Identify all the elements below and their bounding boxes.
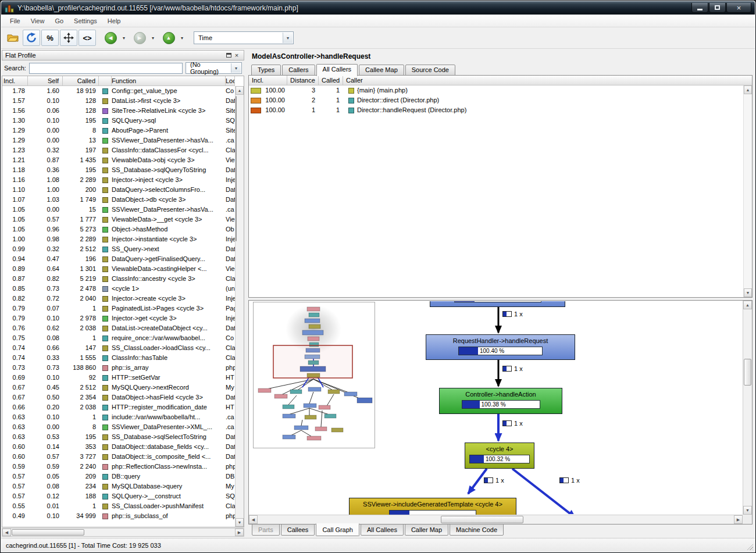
table-row[interactable]: 1.29 0.00 13 SSViewer_DataPresenter->has… [2, 135, 235, 145]
table-row[interactable]: 1.21 0.87 1 435 ViewableData->obj <cycle… [2, 155, 235, 165]
menu-item[interactable]: Go [49, 16, 69, 26]
title-bar[interactable]: Y:\baobella\_profiler\cachegrind.out.116… [1, 1, 755, 15]
resize-grip[interactable] [746, 543, 753, 550]
scroll-left-icon[interactable]: ◀ [2, 529, 11, 536]
table-row[interactable]: 0.57 0.12 188 SQLQuery->__construct SQ [2, 491, 235, 501]
table-row[interactable]: 0.63 0.00 8 SSViewer_DataPresenter->XML_… [2, 422, 235, 432]
column-header-caller[interactable]: Caller [343, 76, 752, 85]
table-row[interactable]: 0.63 0.53 195 SS_Database->sqlSelectToSt… [2, 432, 235, 442]
scroll-down-icon[interactable]: ▼ [743, 506, 752, 515]
table-row[interactable]: 1.05 0.96 5 273 Object->hasMethod Ob [2, 224, 235, 234]
callers-vertical-scrollbar[interactable]: ▲ ▼ [743, 85, 752, 297]
graph-vertical-scrollbar[interactable]: ▲ ▼ [743, 301, 752, 515]
table-row[interactable]: 1.18 0.36 195 SS_Database->sqlQueryToStr… [2, 165, 235, 175]
flat-profile-vertical-scrollbar[interactable]: ▲ ▼ [235, 86, 244, 527]
overview-viewport-rect[interactable] [273, 345, 352, 378]
column-header-called[interactable]: Called [319, 76, 343, 85]
up-dropdown-button[interactable]: ▾ [179, 31, 186, 45]
table-row[interactable]: 0.79 0.10 2 978 Injector->get <cycle 3> … [2, 313, 235, 323]
percent-toggle-button[interactable]: % [41, 30, 59, 46]
scrollbar-thumb[interactable] [441, 516, 523, 523]
graph-node-cycle4[interactable]: <cycle 4> 100.32 % [465, 443, 534, 469]
tab[interactable]: Parts [252, 524, 280, 536]
graph-node-requesthandler[interactable]: RequestHandler->handleRequest 100.40 % [426, 334, 575, 360]
up-button[interactable]: ▲ [160, 30, 177, 46]
column-header-distance[interactable]: Distance [287, 76, 319, 85]
event-type-combobox[interactable]: Time ▾ [194, 31, 294, 44]
table-row[interactable]: 0.59 0.59 2 240 php::ReflectionClass->ne… [2, 462, 235, 472]
table-row[interactable]: 1.57 0.10 128 DataList->first <cycle 3> … [2, 96, 235, 106]
close-button[interactable]: × [726, 3, 751, 13]
table-row[interactable]: 1.05 0.00 15 SSViewer_DataPresenter->has… [2, 205, 235, 215]
table-row[interactable]: 0.85 0.73 2 478 <cycle 1> (un [2, 284, 235, 294]
tab[interactable]: Source Code [405, 65, 455, 76]
column-header-incl[interactable]: Incl. [2, 76, 28, 85]
table-row[interactable]: 1.78 1.60 18 919 Config::get_value_type … [2, 86, 235, 96]
table-row[interactable]: 100.00 3 1 {main} (main.php) [249, 85, 752, 95]
table-row[interactable]: 0.94 0.47 196 DataQuery->getFinalisedQue… [2, 254, 235, 264]
column-header-location[interactable]: Loc [226, 76, 235, 85]
flat-profile-horizontal-scrollbar[interactable]: ◀ ▶ [2, 528, 244, 537]
scroll-up-icon[interactable]: ▲ [744, 85, 752, 94]
pan-view-button[interactable] [60, 30, 77, 46]
menu-item[interactable]: View [26, 16, 50, 26]
table-row[interactable]: 0.76 0.62 2 038 DataList->createDataObje… [2, 323, 235, 333]
tab[interactable]: All Callees [361, 524, 404, 536]
table-row[interactable]: 0.74 0.33 1 555 ClassInfo::hasTable Cla [2, 353, 235, 363]
column-header-self[interactable]: Self [28, 76, 63, 85]
tab[interactable]: Callers [282, 65, 315, 76]
relative-cost-button[interactable]: <> [79, 30, 96, 46]
tab[interactable]: Caller Map [405, 524, 448, 536]
table-row[interactable]: 1.10 1.00 200 DataQuery->selectColumnsFr… [2, 185, 235, 195]
open-file-button[interactable] [4, 30, 22, 46]
scrollbar-thumb[interactable] [12, 529, 84, 536]
table-row[interactable]: 0.67 0.50 2 354 DataObject->hasField <cy… [2, 393, 235, 402]
tab[interactable]: Call Graph [316, 523, 359, 536]
table-row[interactable]: 1.05 0.57 1 777 ViewableData->__get <cyc… [2, 215, 235, 224]
search-input[interactable] [29, 63, 183, 74]
tab[interactable]: Types [251, 65, 281, 76]
grouping-combobox[interactable]: (No Grouping) ▾ [186, 62, 242, 74]
menu-item[interactable]: File [5, 16, 26, 26]
scroll-down-icon[interactable]: ▼ [236, 518, 244, 527]
float-panel-button[interactable] [224, 51, 233, 59]
forward-button[interactable]: ▶ [131, 30, 148, 46]
tab[interactable]: All Callers [316, 64, 358, 76]
table-row[interactable]: 0.63 0.10 1 include::/var/www/baobella/h… [2, 412, 235, 422]
scroll-down-icon[interactable]: ▼ [744, 288, 752, 297]
table-row[interactable]: 1.29 0.00 8 AboutPage->Parent Site [2, 126, 235, 135]
close-panel-button[interactable]: × [233, 51, 241, 59]
call-graph-overview[interactable] [253, 302, 375, 448]
minimize-button[interactable] [691, 3, 708, 13]
table-row[interactable]: 1.07 1.03 1 749 DataObject->db <cycle 3>… [2, 195, 235, 205]
reload-button[interactable] [23, 30, 40, 46]
column-header-function[interactable]: Function [112, 76, 226, 85]
table-row[interactable]: 0.87 0.82 5 219 ClassInfo::ancestry <cyc… [2, 274, 235, 284]
table-row[interactable]: 0.60 0.14 353 DataObject::database_field… [2, 442, 235, 452]
scroll-right-icon[interactable]: ▶ [734, 515, 743, 524]
table-row[interactable]: 0.75 0.08 1 require_once::/var/www/baobe… [2, 333, 235, 343]
back-button[interactable]: ◀ [102, 30, 119, 46]
maximize-button[interactable] [709, 3, 726, 13]
scroll-up-icon[interactable]: ▲ [236, 86, 244, 95]
tab[interactable]: Callees [281, 524, 315, 536]
scroll-right-icon[interactable]: ▶ [235, 529, 244, 536]
table-row[interactable]: 0.49 0.10 34 999 php::is_subclass_of php [2, 511, 235, 521]
tab[interactable]: Callee Map [359, 65, 404, 76]
table-row[interactable]: 1.30 0.10 195 SQLQuery->sql SQL [2, 116, 235, 126]
menu-item[interactable]: Settings [69, 16, 102, 26]
table-row[interactable]: 0.67 0.45 2 512 MySQLQuery->nextRecord M… [2, 383, 235, 393]
scrollbar-thumb[interactable] [236, 96, 237, 241]
graph-node-clipped-top[interactable] [430, 301, 565, 307]
call-graph-viewport[interactable]: RequestHandler->handleRequest 100.40 % C… [249, 301, 743, 515]
table-row[interactable]: 0.57 0.05 209 DB::query DB. [2, 472, 235, 481]
flat-profile-header[interactable]: Flat Profile × [2, 50, 244, 60]
graph-node-ssviewer[interactable]: SSViewer->includeGeneratedTemplate <cycl… [349, 498, 516, 515]
table-row[interactable]: 0.66 0.20 2 038 HTTP::register_modificat… [2, 402, 235, 412]
column-header-incl[interactable]: Incl. [249, 76, 287, 85]
table-row[interactable]: 1.00 0.98 2 289 Injector->instantiate <c… [2, 234, 235, 244]
table-row[interactable]: 0.82 0.72 2 040 Injector->create <cycle … [2, 294, 235, 304]
tab[interactable]: Machine Code [450, 524, 504, 536]
table-row[interactable]: 1.23 0.32 197 ClassInfo::dataClassesFor … [2, 145, 235, 155]
graph-horizontal-scrollbar[interactable]: ◀ ▶ [249, 515, 743, 524]
